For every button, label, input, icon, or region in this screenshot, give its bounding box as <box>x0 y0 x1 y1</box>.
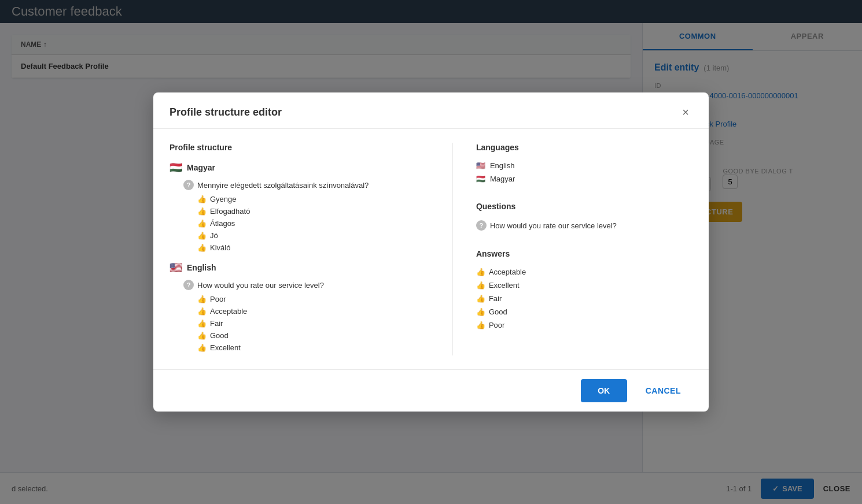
answer-kivalo-text: Kiváló <box>210 243 230 252</box>
modal-title: Profile structure editor <box>170 106 282 118</box>
answer-poor-right-text: Poor <box>489 321 504 329</box>
answers-section: Answers 👍 Acceptable 👍 Excellent 👍 Fair <box>476 249 692 329</box>
question-icon-right: ? <box>476 220 487 231</box>
thumb-icon-fair: 👍 <box>197 319 207 328</box>
modal-close-button[interactable]: × <box>679 105 692 119</box>
english-name-right: English <box>490 161 515 170</box>
cancel-button[interactable]: CANCEL <box>634 379 692 402</box>
ok-button[interactable]: OK <box>581 379 627 402</box>
question-icon-english: ? <box>183 280 194 290</box>
magyar-name-right: Magyar <box>490 175 515 183</box>
answer-kivalo: 👍 Kiváló <box>197 243 429 252</box>
languages-label: Languages <box>476 143 692 152</box>
lang-magyar-item: 🇭🇺 Magyar <box>476 175 692 183</box>
answer-excellent-right-text: Excellent <box>489 281 520 290</box>
right-panel: Languages 🇺🇸 English 🇭🇺 Magyar Questions… <box>452 143 692 355</box>
thumb-icon-excellent: 👍 <box>197 343 207 352</box>
tree-lang-english: 🇺🇸 English <box>170 261 429 274</box>
question-icon-magyar: ? <box>183 180 194 190</box>
english-lang-name: English <box>187 263 216 272</box>
answer-poor: 👍 Poor <box>197 295 429 303</box>
tree-lang-magyar: 🇭🇺 Magyar <box>170 161 429 174</box>
english-question-text: How would you rate our service level? <box>197 281 324 290</box>
answer-acceptable-right: 👍 Acceptable <box>476 268 692 276</box>
answer-fair-right: 👍 Fair <box>476 294 692 303</box>
modal-overlay: Profile structure editor × Profile struc… <box>0 0 862 504</box>
thumb-icon-elfogadhato: 👍 <box>197 207 207 216</box>
answers-label: Answers <box>476 249 692 258</box>
question-text-right: How would you rate our service level? <box>490 221 617 230</box>
thumb-icon-acceptable: 👍 <box>197 307 207 316</box>
answer-good-right-text: Good <box>489 307 507 316</box>
lang-english-item: 🇺🇸 English <box>476 161 692 170</box>
english-question: ? How would you rate our service level? <box>183 280 429 290</box>
magyar-question: ? Mennyire elégedett szolgáltatásaink sz… <box>183 180 429 190</box>
answer-jo-text: Jó <box>210 231 218 240</box>
answer-gyenge-text: Gyenge <box>210 195 237 203</box>
answer-elfogadhato-text: Elfogadható <box>210 207 250 216</box>
magyar-flag: 🇭🇺 <box>170 161 182 174</box>
answer-fair-text: Fair <box>210 319 223 328</box>
thumb-icon-acceptable-right: 👍 <box>476 268 485 276</box>
magyar-flag-right: 🇭🇺 <box>476 175 485 183</box>
thumb-icon-kivalo: 👍 <box>197 243 207 252</box>
answer-atlagos-text: Átlagos <box>210 219 235 228</box>
thumb-icon-poor: 👍 <box>197 295 207 303</box>
answer-poor-right: 👍 Poor <box>476 321 692 329</box>
answer-jo: 👍 Jó <box>197 231 429 240</box>
question-item-1: ? How would you rate our service level? <box>476 220 692 231</box>
answer-fair-right-text: Fair <box>489 294 502 303</box>
answer-poor-text: Poor <box>210 295 226 303</box>
answer-good-text: Good <box>210 331 229 340</box>
thumb-icon-good: 👍 <box>197 331 207 340</box>
thumb-icon-atlagos: 👍 <box>197 219 207 228</box>
modal-header: Profile structure editor × <box>153 92 709 129</box>
thumb-icon-fair-right: 👍 <box>476 294 485 303</box>
english-flag-right: 🇺🇸 <box>476 161 485 170</box>
questions-section: Questions ? How would you rate our servi… <box>476 202 692 231</box>
modal-body: Profile structure 🇭🇺 Magyar ? Mennyire e… <box>153 129 709 369</box>
questions-label: Questions <box>476 202 692 211</box>
answer-fair: 👍 Fair <box>197 319 429 328</box>
thumb-icon-excellent-right: 👍 <box>476 281 485 290</box>
thumb-icon-jo: 👍 <box>197 231 207 240</box>
profile-structure-modal: Profile structure editor × Profile struc… <box>153 92 709 412</box>
answer-excellent: 👍 Excellent <box>197 343 429 352</box>
answer-excellent-right: 👍 Excellent <box>476 281 692 290</box>
answer-acceptable-text: Acceptable <box>210 307 247 316</box>
profile-structure-label: Profile structure <box>170 143 429 152</box>
answer-atlagos: 👍 Átlagos <box>197 219 429 228</box>
thumb-icon-good-right: 👍 <box>476 307 485 316</box>
profile-structure-panel: Profile structure 🇭🇺 Magyar ? Mennyire e… <box>170 143 429 355</box>
magyar-question-text: Mennyire elégedett szolgáltatásaink szín… <box>197 181 369 190</box>
answer-good: 👍 Good <box>197 331 429 340</box>
answer-gyenge: 👍 Gyenge <box>197 195 429 203</box>
answer-elfogadhato: 👍 Elfogadható <box>197 207 429 216</box>
magyar-lang-name: Magyar <box>187 163 215 172</box>
thumb-icon-gyenge: 👍 <box>197 195 207 203</box>
english-flag: 🇺🇸 <box>170 261 182 274</box>
answer-acceptable: 👍 Acceptable <box>197 307 429 316</box>
thumb-icon-poor-right: 👍 <box>476 321 485 329</box>
modal-footer: OK CANCEL <box>153 369 709 412</box>
answer-acceptable-right-text: Acceptable <box>489 268 526 276</box>
answer-excellent-text: Excellent <box>210 343 241 352</box>
languages-section: Languages 🇺🇸 English 🇭🇺 Magyar <box>476 143 692 183</box>
answer-good-right: 👍 Good <box>476 307 692 316</box>
